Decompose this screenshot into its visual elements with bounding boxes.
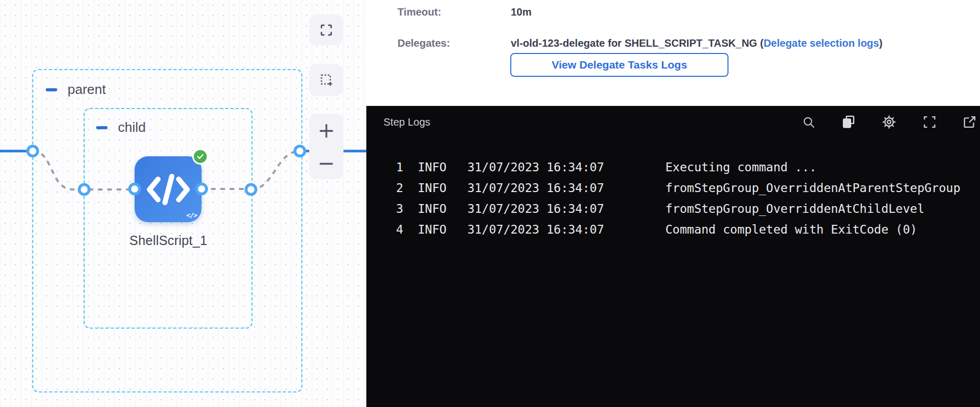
log-line-number: 2 xyxy=(366,181,403,195)
pipeline-execution-page: parent child </> xyxy=(0,0,980,407)
collapse-child-group-button[interactable] xyxy=(96,126,108,129)
timeout-value: 10m xyxy=(511,6,532,18)
log-open-in-new-button[interactable] xyxy=(962,115,977,129)
log-timestamp: 31/07/2023 16:34:07 xyxy=(467,202,604,215)
copy-icon xyxy=(841,115,856,129)
child-group-label: child xyxy=(118,119,145,135)
log-line-number: 1 xyxy=(366,160,403,174)
step-group-parent-header: parent xyxy=(46,82,301,98)
log-level: INFO xyxy=(418,160,446,174)
log-line-number: 4 xyxy=(366,223,403,236)
log-message: Command completed with ExitCode (0) xyxy=(666,223,918,236)
delegates-value-suffix: ) xyxy=(879,37,883,49)
log-level: INFO xyxy=(418,181,446,195)
log-line-number: 3 xyxy=(366,202,403,215)
delegate-name-text: vl-old-123-delegate for SHELL_SCRIPT_TAS… xyxy=(511,37,763,49)
zoom-out-button[interactable]: − xyxy=(317,151,335,175)
log-level: INFO xyxy=(418,223,446,236)
step-node-label: ShellScript_1 xyxy=(103,233,233,248)
marquee-select-button[interactable] xyxy=(309,64,343,96)
open-in-new-icon xyxy=(962,115,977,129)
delegates-value: vl-old-123-delegate for SHELL_SCRIPT_TAS… xyxy=(511,37,882,49)
log-message: fromStepGroup_OverriddenAtParentStepGrou… xyxy=(666,181,961,195)
log-message: Executing command ... xyxy=(666,160,817,174)
step-logs-header: Step Logs xyxy=(366,106,980,138)
log-level: INFO xyxy=(418,202,446,215)
step-group-child-header: child xyxy=(96,119,251,135)
log-message: fromStepGroup_OverriddenAtChildLevel xyxy=(666,202,925,215)
log-copy-button[interactable] xyxy=(841,115,856,129)
zoom-in-button[interactable]: + xyxy=(317,118,335,142)
search-icon xyxy=(802,115,816,129)
log-lines: 1 INFO 31/07/2023 16:34:07 Executing com… xyxy=(366,138,980,240)
delegate-selection-logs-link[interactable]: Delegate selection logs xyxy=(763,37,879,49)
canvas-fullscreen-button[interactable] xyxy=(309,15,343,45)
canvas-fullscreen-icon xyxy=(319,23,334,37)
step-success-badge xyxy=(192,148,208,165)
zoom-controls: + − xyxy=(309,114,343,179)
maximize-icon xyxy=(922,115,937,129)
timeout-label: Timeout: xyxy=(398,6,441,18)
log-row: 2 INFO 31/07/2023 16:34:07 fromStepGroup… xyxy=(366,178,980,198)
collapse-parent-group-button[interactable] xyxy=(46,88,57,91)
delegates-label: Delegates: xyxy=(398,37,450,49)
step-logs-toolbar xyxy=(802,114,977,130)
log-row: 3 INFO 31/07/2023 16:34:07 fromStepGroup… xyxy=(366,198,980,219)
check-icon xyxy=(196,152,205,161)
log-row: 1 INFO 31/07/2023 16:34:07 Executing com… xyxy=(366,157,980,178)
settings-gear-icon xyxy=(881,114,897,130)
view-delegate-tasks-logs-button[interactable]: View Delegate Tasks Logs xyxy=(510,53,729,77)
step-logs-title: Step Logs xyxy=(383,116,430,128)
shell-script-code-icon xyxy=(145,173,191,206)
log-settings-button[interactable] xyxy=(881,114,897,130)
log-timestamp: 31/07/2023 16:34:07 xyxy=(467,223,604,236)
log-maximize-button[interactable] xyxy=(922,115,937,129)
log-timestamp: 31/07/2023 16:34:07 xyxy=(467,181,604,195)
marquee-select-icon xyxy=(319,73,334,87)
log-row: 4 INFO 31/07/2023 16:34:07 Command compl… xyxy=(366,219,980,240)
step-logs-console: Step Logs xyxy=(366,106,980,407)
log-timestamp: 31/07/2023 16:34:07 xyxy=(467,160,604,174)
shellscript-step-node[interactable]: </> xyxy=(135,156,202,222)
step-details-panel: Timeout: 10m Delegates: vl-old-123-deleg… xyxy=(366,0,980,106)
shell-script-mini-icon: </> xyxy=(187,211,197,219)
log-search-button[interactable] xyxy=(802,115,816,129)
parent-group-label: parent xyxy=(68,82,106,98)
pipeline-canvas[interactable]: parent child </> xyxy=(0,0,367,407)
